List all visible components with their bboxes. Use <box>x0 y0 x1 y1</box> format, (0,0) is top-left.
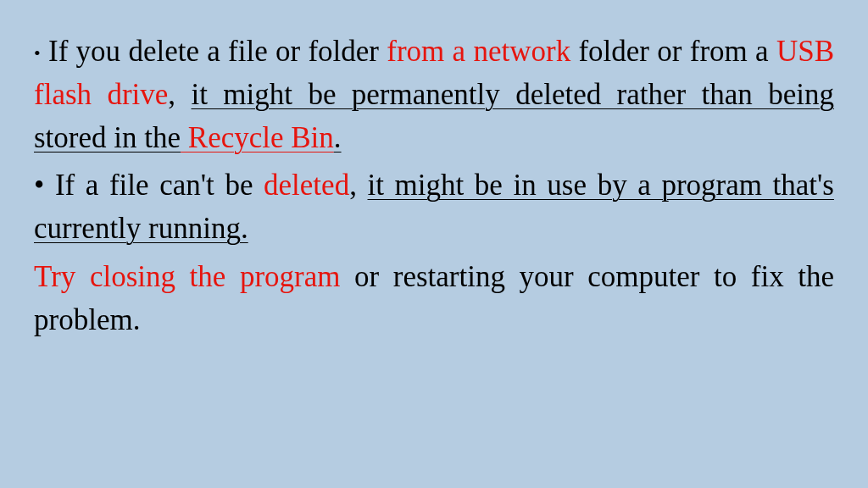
text-seg: , <box>349 169 367 202</box>
bullet-dot: • <box>34 169 44 202</box>
text-seg-uline: . <box>334 121 342 154</box>
text-seg-red: deleted <box>264 169 349 202</box>
sentence-3: Try closing the program or restarting yo… <box>34 256 834 342</box>
bullet-dot: • <box>34 42 41 64</box>
text-seg-uline-red: Recycle Bin <box>181 121 334 154</box>
text-seg: If you delete a file or folder <box>41 35 387 68</box>
text-seg: folder or from a <box>570 35 776 68</box>
text-seg: If a file can't be <box>44 169 264 202</box>
text-seg-red: from a network <box>387 35 570 68</box>
bullet-item-1: • If you delete a file or folder from a … <box>34 30 834 159</box>
text-seg: , <box>168 78 191 111</box>
bullet-item-2: • If a file can't be deleted, it might b… <box>34 164 834 251</box>
text-seg-red: Try closing the program <box>34 260 340 293</box>
